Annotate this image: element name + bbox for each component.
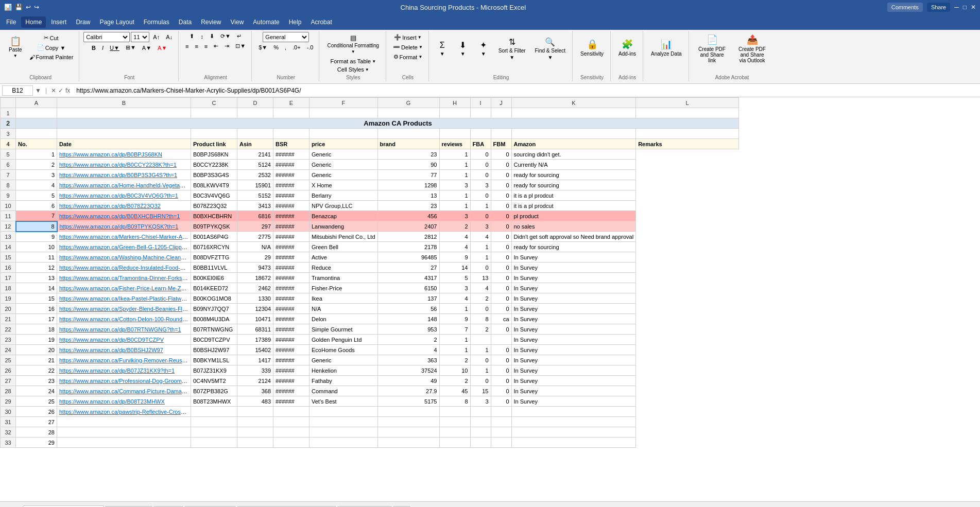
row-header[interactable]: 18 [1,283,16,293]
align-left-button[interactable]: ≡ [183,42,191,50]
cell-j20[interactable]: 0 [491,304,511,314]
currency-button[interactable]: $▼ [256,43,270,51]
cell-e13[interactable]: ###### [273,232,310,242]
border-button[interactable]: ⊞▼ [123,43,139,52]
cell-c21[interactable]: B008M4U3DA [191,314,237,324]
col-header-d[interactable]: D [237,98,273,108]
format-cells-button[interactable]: ⚙ Format ▼ [390,53,425,61]
cell-d10[interactable]: 3413 [237,201,273,211]
cell-e18[interactable]: ###### [273,283,310,293]
cell-f30[interactable] [310,407,378,417]
cell-e9[interactable]: ###### [273,190,310,201]
cell-i26[interactable]: 1 [470,365,491,376]
cell-g20[interactable]: 56 [377,304,439,314]
cell-k29[interactable]: In Survey [511,396,636,407]
cell-f26[interactable]: Henkelion [310,365,378,376]
cell-e6[interactable]: ###### [273,160,310,170]
cell-g17[interactable]: 4317 [377,273,439,283]
cell-g1[interactable] [377,108,439,118]
cell-j30[interactable] [491,407,511,417]
cell-k22[interactable]: In Survey [511,324,636,335]
cell-c31[interactable] [191,417,237,427]
cell-j25[interactable]: 0 [491,355,511,365]
cell-d19[interactable]: 1330 [237,293,273,304]
cell-h15[interactable]: 9 [439,252,470,263]
cell-a8[interactable]: 4 [16,180,57,190]
cell-h13[interactable]: 4 [439,232,470,242]
cell-h14[interactable]: 4 [439,242,470,252]
copy-button[interactable]: 📄 Copy ▼ [27,43,76,52]
row-header[interactable]: 26 [1,365,16,376]
sensitivity-button[interactable]: 🔒 Sensitivity [577,32,607,63]
cell-h25[interactable]: 2 [439,355,470,365]
cell-j1[interactable] [491,108,511,118]
cell-k11[interactable]: pl product [511,211,636,221]
cell-h12[interactable]: 2 [439,221,470,232]
paste-button[interactable]: 📋 Paste ▼ [5,32,26,63]
cell-g22[interactable]: 953 [377,324,439,335]
cell-a29[interactable]: 25 [16,396,57,407]
cell-j12[interactable]: 0 [491,221,511,232]
cell-a12[interactable]: 8 [16,221,57,232]
comments-btn[interactable]: Comments [887,3,923,12]
cell-b9[interactable]: https://www.amazon.ca/dp/B0C3V4VQ6G?th=1 [57,190,191,201]
cell-d20[interactable]: 12304 [237,304,273,314]
cell-f23[interactable]: Golden Penguin Ltd [310,335,378,345]
row-header[interactable]: 31 [1,417,16,427]
analyze-data-button[interactable]: 📊 Analyze Data [647,32,685,63]
col-header-g[interactable]: G [377,98,439,108]
cell-f27[interactable]: Fathaby [310,376,378,386]
cell-f11[interactable]: Benazcap [310,211,378,221]
cell-f13[interactable]: Mitsubishi Pencil Co., Ltd [310,232,378,242]
cell-j21[interactable]: ca [491,314,511,324]
cell-e8[interactable]: ###### [273,180,310,190]
row-header[interactable]: 9 [1,190,16,201]
cell-h28[interactable]: 45 [439,386,470,396]
cell-i31[interactable] [470,417,491,427]
cell-e28[interactable]: ###### [273,386,310,396]
cell-a25[interactable]: 21 [16,355,57,365]
cell-h5[interactable]: 1 [439,149,470,160]
addins-button[interactable]: 🧩 Add-ins [615,32,640,63]
cell-g18[interactable]: 6150 [377,283,439,293]
col-header-price[interactable]: price [310,139,378,149]
cell-a32[interactable]: 28 [16,427,57,438]
cell-d26[interactable]: 339 [237,365,273,376]
cell-h16[interactable]: 14 [439,263,470,273]
row-header[interactable]: 21 [1,314,16,324]
menu-help[interactable]: Help [285,16,306,28]
cell-f15[interactable]: Active [310,252,378,263]
cell-a10[interactable]: 6 [16,201,57,211]
cell-g19[interactable]: 137 [377,293,439,304]
cell-g29[interactable]: 5175 [377,396,439,407]
cell-i6[interactable]: 0 [470,160,491,170]
col-header-l[interactable]: L [636,98,739,108]
cell-h21[interactable]: 9 [439,314,470,324]
cell-b5[interactable]: https://www.amazon.ca/dp/B0BPJS68KN [57,149,191,160]
cell-d32[interactable] [237,427,273,438]
insert-cells-button[interactable]: ➕ Insert ▼ [390,33,425,42]
cell-h7[interactable]: 1 [439,170,470,180]
cell-f5[interactable]: Generic [310,149,378,160]
cell-k19[interactable]: In Survey [511,293,636,304]
cell-k30[interactable] [511,407,636,417]
cell-g15[interactable]: 96485 [377,252,439,263]
share-btn[interactable]: Share [927,3,950,12]
menu-automate[interactable]: Automate [249,16,283,28]
row-header[interactable]: 29 [1,396,16,407]
cell-a33[interactable]: 29 [16,438,57,448]
cell-f24[interactable]: EcoHome Goods [310,345,378,355]
cell-j22[interactable]: 0 [491,324,511,335]
cell-d33[interactable] [237,438,273,448]
cell-d12[interactable]: 297 [237,221,273,232]
row-header[interactable]: 19 [1,293,16,304]
cell-j26[interactable]: 0 [491,365,511,376]
cell-i22[interactable]: 2 [470,324,491,335]
cell-c10[interactable]: B078Z23Q32 [191,201,237,211]
cell-k25[interactable]: In Survey [511,355,636,365]
col-header-b[interactable]: B [57,98,191,108]
cell-b12[interactable]: https://www.amazon.ca/dp/B09TPYKQSK?th=1 [57,221,191,232]
cell-g12[interactable]: 2407 [377,221,439,232]
cell-i21[interactable]: 8 [470,314,491,324]
cell-e33[interactable] [273,438,310,448]
